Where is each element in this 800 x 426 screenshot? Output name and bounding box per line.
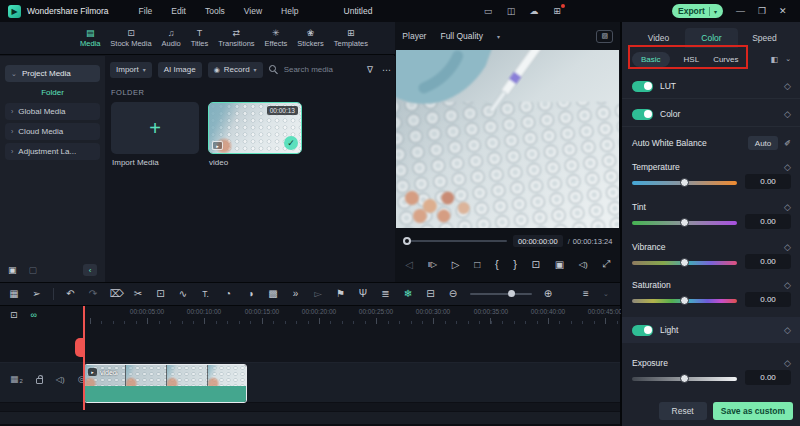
sidebar-item-project-media[interactable]: ⌄Project Media: [5, 65, 100, 82]
collapse-sidebar-button[interactable]: ‹: [83, 264, 97, 276]
split-icon[interactable]: ✂: [132, 289, 144, 299]
delete-folder-icon[interactable]: ▢: [29, 265, 38, 275]
subtab-curves[interactable]: Curves: [713, 55, 738, 64]
keyframe-icon[interactable]: ◇: [784, 162, 791, 172]
track-height-icon[interactable]: ⊟: [425, 289, 437, 299]
sidebar-item-adjustment-layer[interactable]: ›Adjustment La...: [5, 143, 100, 160]
reset-button[interactable]: Reset: [659, 402, 707, 420]
layers-icon[interactable]: ≣: [380, 289, 392, 299]
text-tool-icon[interactable]: T.: [200, 289, 212, 299]
tab-video[interactable]: Video: [632, 28, 685, 48]
subtab-basic[interactable]: Basic: [632, 52, 670, 67]
chevron-down-icon[interactable]: ⌄: [785, 55, 791, 63]
undo-icon[interactable]: ↶: [65, 289, 77, 299]
layout-icon[interactable]: ⊞: [551, 6, 563, 16]
sidebar-item-folder[interactable]: Folder: [0, 88, 105, 97]
exposure-value[interactable]: 0.00: [745, 370, 791, 385]
tab-effects[interactable]: ✳Effects: [264, 28, 287, 48]
minimize-button[interactable]: —: [736, 6, 745, 16]
menu-file[interactable]: File: [139, 6, 153, 16]
playhead-handle[interactable]: [75, 338, 84, 357]
close-button[interactable]: ✕: [779, 6, 787, 16]
saturation-value[interactable]: 0.00: [745, 292, 791, 307]
mark-out-button[interactable]: }: [513, 258, 517, 270]
vibrance-value[interactable]: 0.00: [745, 254, 791, 269]
subtab-hsl[interactable]: HSL: [684, 55, 700, 64]
zoom-out-icon[interactable]: ⊖: [447, 289, 459, 299]
eyedropper-icon[interactable]: ✐: [784, 139, 791, 148]
ai-image-button[interactable]: AI Image: [158, 62, 202, 78]
mute-track-icon[interactable]: ◁): [56, 375, 65, 384]
more-tools-icon[interactable]: »: [290, 289, 302, 299]
redo-icon[interactable]: ↷: [87, 289, 99, 299]
tab-titles[interactable]: TTitles: [191, 28, 209, 48]
display-icon[interactable]: ▭: [482, 6, 494, 16]
render-preview-icon[interactable]: ▻: [312, 289, 324, 299]
seek-handle[interactable]: [403, 237, 411, 245]
mark-in-button[interactable]: {: [495, 258, 499, 270]
import-media-card[interactable]: +: [111, 102, 199, 154]
lock-track-icon[interactable]: [36, 378, 43, 384]
auto-button[interactable]: Auto: [748, 136, 778, 150]
keyframe-icon[interactable]: ◇: [784, 81, 791, 91]
slider-handle[interactable]: [680, 218, 689, 227]
keyframe-icon[interactable]: ◇: [784, 109, 791, 119]
voice-changer-icon[interactable]: ∿: [177, 289, 189, 299]
auto-ripple-icon[interactable]: ∞: [31, 310, 37, 320]
marker-icon[interactable]: ⚑: [335, 289, 347, 299]
slider-handle[interactable]: [680, 296, 689, 305]
save-icon[interactable]: ◫: [505, 6, 517, 16]
step-frame-button[interactable]: ‖▷: [428, 260, 437, 269]
temperature-value[interactable]: 0.00: [745, 174, 791, 189]
filter-icon[interactable]: ∇: [367, 65, 373, 75]
keyframe-icon[interactable]: ◇: [784, 325, 791, 335]
track-manager-icon[interactable]: ≡: [580, 289, 592, 299]
preview-background-icon[interactable]: ▨: [596, 30, 613, 43]
export-chevron-icon[interactable]: ▾: [714, 8, 717, 15]
volume-button[interactable]: ◁): [579, 260, 588, 269]
more-options-icon[interactable]: ⋯: [382, 65, 391, 75]
workspace-icon[interactable]: ▦: [8, 289, 20, 299]
menu-view[interactable]: View: [244, 6, 262, 16]
keyframe-icon[interactable]: ◇: [784, 280, 791, 290]
lut-toggle[interactable]: [632, 81, 653, 92]
light-toggle[interactable]: [632, 325, 653, 336]
current-time[interactable]: 00:00:00:00: [513, 235, 563, 247]
select-tool-icon[interactable]: ➢: [31, 289, 43, 299]
restore-button[interactable]: ❐: [758, 6, 766, 16]
slider-handle[interactable]: [680, 374, 689, 383]
tab-color[interactable]: Color: [685, 28, 738, 48]
speed-icon[interactable]: ◔: [222, 289, 234, 299]
playhead-line[interactable]: [83, 306, 85, 410]
color-toggle[interactable]: [632, 109, 653, 120]
snapshot-button[interactable]: ▣: [555, 259, 564, 270]
media-manager-icon[interactable]: ⊡: [10, 310, 18, 320]
timeline-zoom-slider[interactable]: [470, 293, 532, 295]
tab-speed[interactable]: Speed: [738, 28, 791, 48]
timeline-scroll-area[interactable]: [0, 411, 620, 424]
compare-icon[interactable]: ◧: [771, 55, 779, 64]
crop-preview-button[interactable]: ⊡: [532, 259, 540, 270]
keyframe-icon[interactable]: ◇: [784, 202, 791, 212]
previous-frame-button[interactable]: ◁: [405, 259, 413, 270]
freeze-frame-icon[interactable]: ❄: [402, 289, 414, 299]
menu-help[interactable]: Help: [281, 6, 298, 16]
new-folder-icon[interactable]: ▣: [8, 265, 17, 275]
search-input[interactable]: [282, 64, 352, 75]
tint-slider[interactable]: [632, 221, 737, 225]
cloud-upload-icon[interactable]: ☁: [528, 6, 540, 16]
keyframe-icon[interactable]: ◇: [784, 242, 791, 252]
saturation-slider[interactable]: [632, 299, 737, 303]
video-media-card[interactable]: 00:00:13 ▸ ✓: [208, 102, 302, 154]
import-button[interactable]: Import▾: [110, 62, 152, 78]
export-button[interactable]: Export▾: [672, 4, 723, 18]
tab-media[interactable]: ▤Media: [80, 28, 100, 48]
tab-templates[interactable]: ⊞Templates: [334, 28, 368, 48]
tab-audio[interactable]: ♫Audio: [162, 28, 181, 48]
timeline-clip-video[interactable]: ▸video: [84, 364, 247, 403]
vibrance-slider[interactable]: [632, 261, 737, 265]
stop-button[interactable]: □: [474, 259, 480, 270]
tint-value[interactable]: 0.00: [745, 214, 791, 229]
menu-tools[interactable]: Tools: [205, 6, 225, 16]
track-type-icon[interactable]: ▦2: [10, 374, 23, 384]
